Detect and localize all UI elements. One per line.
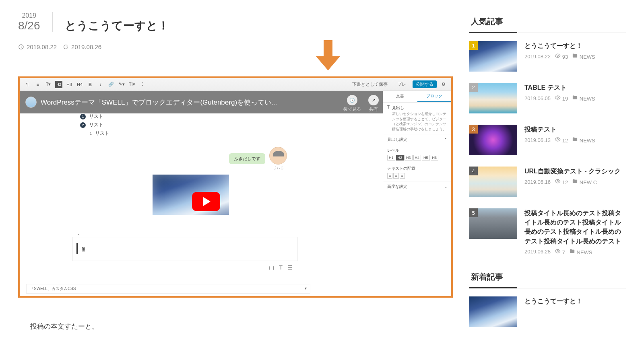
custom-css-bar[interactable]: 「SWELL」カスタムCSS ▾ [26,284,310,294]
eye-icon [555,53,561,59]
folder-icon [572,178,578,184]
updated-date-text: 2019.08.26 [71,43,101,50]
popular-meta: 2019.06.05 19 NEWS [524,95,626,102]
face-label: じぃじ [269,165,287,171]
popular-title: 投稿テスト [524,125,626,134]
published-date: 2019.08.22 [18,43,57,50]
block-heading-info: T 見出し 新しいセクションを紹介しコンテンツを整理することで、ビジター（と検索… [383,103,451,134]
bold-icon[interactable]: B [87,81,94,88]
publish-button[interactable]: 公開する [413,80,437,88]
tab-block[interactable]: ブロック [417,91,452,102]
link-icon[interactable]: 🔗 [107,81,115,88]
h4-icon[interactable]: H4 [76,81,83,88]
chevron-up-icon[interactable]: ⌃ [76,233,80,239]
face-icon [269,147,287,165]
h2-option[interactable]: H2 [396,155,404,160]
popular-item[interactable]: 5 投稿タイトル長めのテスト投稿タイトル長めのテスト投稿タイトル長めのテスト投稿… [469,208,626,255]
clock-icon [18,44,24,50]
h3-option[interactable]: H3 [405,155,413,160]
chevron-up-icon: ⌃ [444,138,447,142]
h5-option[interactable]: H5 [422,155,430,160]
advanced-row[interactable]: 高度な設定 ⌄ [383,181,451,192]
popular-date: 2019.06.13 [524,137,551,143]
recent-list: とうこうてーすと！ [469,296,626,327]
editor-canvas[interactable]: 1リスト 2リスト 1リスト ふきだしです じぃじ [20,91,383,296]
image-icon[interactable]: ▢ [269,264,279,271]
input-text[interactable]: m [82,245,85,252]
advanced-label: 高度な設定 [387,184,407,189]
heading-desc: 新しいセクションを紹介しコンテンツを整理することで、ビジター（と検索エンジン）の… [392,111,447,132]
h6-option[interactable]: H6 [431,155,439,160]
popular-body: TABLE テスト 2019.06.05 19 NEWS [524,83,626,113]
rank-badge: 5 [469,208,478,217]
speech-block: ふきだしです じぃじ [229,147,367,171]
refresh-icon [63,44,69,50]
save-draft-button[interactable]: 下書きとして保存 [349,80,391,88]
h3-icon[interactable]: H3 [66,81,73,88]
custom-css-label: 「SWELL」カスタムCSS [30,286,76,292]
rank-badge: 2 [469,83,478,92]
popular-date: 2019.06.05 [524,95,551,101]
popular-item[interactable]: 2 TABLE テスト 2019.06.05 19 NEWS [469,83,626,113]
popular-item[interactable]: 1 とうこうてーすと！ 2019.08.22 93 NEWS [469,41,626,72]
heading-settings-row[interactable]: 見出し設定 ⌃ [383,134,451,145]
list-icon[interactable]: ☰ [287,264,297,271]
post-header: 2019 8/26 とうこうてーすと！ [18,12,453,33]
views: 93 [555,53,568,60]
level-label: レベル [387,148,447,153]
rank-badge: 1 [469,41,478,50]
italic-icon[interactable]: I [97,81,104,88]
popular-item[interactable]: 3 投稿テスト 2019.06.13 12 NEWS [469,125,626,155]
folder-icon [572,95,578,101]
text-icon[interactable]: T▾ [45,81,52,88]
popular-item[interactable]: 4 URL自動変換テスト - クラシック 2019.06.16 12 NEW C [469,167,626,197]
category: NEWS [572,136,595,144]
main-column: 2019 8/26 とうこうてーすと！ 2019.08.22 2019.08.2… [18,12,453,338]
align-row: テキストの配置 ≡ ≡ ≡ [383,163,451,181]
popular-meta: 2019.08.22 93 NEWS [524,53,626,60]
popular-date: 2019.08.22 [524,53,551,60]
wp-editor: ¶ ≡ T▾ H2 H3 H4 B I 🔗 ✎▾ TI▾ ⋮ 下書きとして保存 … [20,78,451,296]
pencil-icon[interactable]: ✎▾ [118,81,125,88]
popular-heading: 人気記事 [469,12,626,33]
popular-body: URL自動変換テスト - クラシック 2019.06.16 12 NEW C [524,167,626,197]
align-right-icon[interactable]: ≡ [400,173,405,179]
rank-badge: 3 [469,125,478,134]
text-block-icon[interactable]: T [279,264,287,271]
popular-meta: 2019.06.28 7 NEWS [524,248,626,255]
post-year: 2019 [18,12,40,19]
eye-icon [555,136,561,142]
thumbnail: 2 [469,83,517,113]
align-icon[interactable]: ≡ [34,81,41,88]
align-left-icon[interactable]: ≡ [387,173,392,179]
post-date-box: 2019 8/26 [18,12,53,32]
eye-icon [555,178,561,184]
text-input-block[interactable]: ⌃ m [72,237,297,261]
play-button[interactable] [192,192,220,211]
tab-document[interactable]: 文書 [383,91,417,102]
list-badge-sub: 1 [90,132,92,136]
folder-icon [572,53,578,59]
list-badge-1: 1 [80,114,86,119]
views: 12 [555,136,568,144]
h1-option[interactable]: H1 [387,155,395,160]
recent-item[interactable]: とうこうてーすと！ [469,296,626,327]
updated-date: 2019.08.26 [63,43,101,50]
svg-point-2 [557,97,559,99]
more-icon[interactable]: ⋮ [139,81,146,88]
popular-title: 投稿タイトル長めのテスト投稿タイトル長めのテスト投稿タイトル長めのテスト投稿タイ… [524,208,626,246]
chevron-down-icon: ▾ [305,286,307,292]
h4-option[interactable]: H4 [413,155,421,160]
category: NEWS [572,95,595,102]
thumbnail: 1 [469,41,517,72]
align-center-icon[interactable]: ≡ [393,173,398,179]
h2-icon[interactable]: H2 [55,81,62,88]
arrow-down-icon [316,40,340,72]
heading-label: 見出し [392,105,404,110]
preview-button[interactable]: プレ [394,80,409,88]
popular-list: 1 とうこうてーすと！ 2019.08.22 93 NEWS 2 TABLE テ… [469,41,626,255]
gear-icon[interactable]: ⚙ [440,81,447,88]
textsize-icon[interactable]: TI▾ [128,81,136,88]
views: 7 [555,248,565,255]
paragraph-icon[interactable]: ¶ [24,81,31,88]
